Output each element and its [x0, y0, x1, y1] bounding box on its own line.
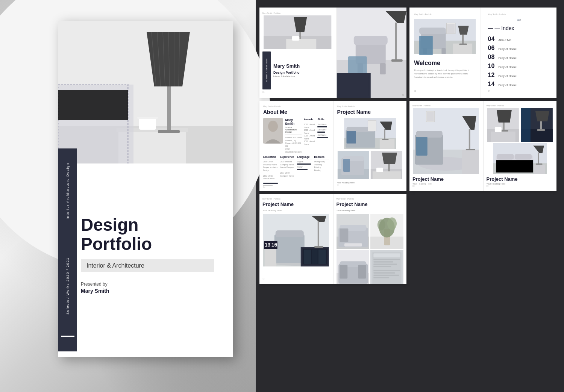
spreads-grid: Mary Smith · Portfolio	[259, 8, 556, 383]
edu-divider	[263, 159, 278, 159]
svg-rect-92	[469, 129, 470, 150]
svg-rect-42	[441, 48, 446, 54]
skill-1-bar	[317, 126, 327, 127]
index-row-4: 10 Project Name	[488, 63, 550, 70]
svg-rect-162	[374, 270, 400, 271]
edu-text: 2015–2019University NameDegree in Interi…	[263, 160, 278, 180]
cover-photo	[58, 21, 233, 163]
index-title: — — Index	[488, 25, 550, 31]
spread-4-left-header: Mary Smith · Portfolio	[412, 104, 480, 107]
svg-marker-106	[535, 111, 549, 121]
room-svg-1	[262, 15, 333, 49]
svg-text:13: 13	[265, 242, 271, 248]
index-row-6: 14 Project Name	[488, 81, 550, 88]
spread-4-img-1	[487, 108, 520, 142]
spread-4-img-2	[520, 108, 553, 142]
svg-point-61	[268, 121, 278, 132]
svg-rect-43	[419, 28, 446, 34]
svg-rect-118	[534, 165, 545, 174]
svg-rect-15	[137, 117, 158, 119]
spread-2-right-pagenum: 04	[488, 90, 550, 92]
spread-3-right-pagenum: 06	[337, 184, 403, 186]
about-awards-title: Awards	[304, 118, 315, 121]
spread-3-header: Mary Smith · Portfolio	[263, 105, 329, 107]
sidebar-text-1: Interior Architecture Design	[65, 163, 70, 219]
spread-1-title: Design Portfolio	[273, 71, 331, 74]
skill-1-label: Skill Name	[317, 123, 329, 126]
index-num-3: 08	[488, 54, 499, 61]
svg-marker-5	[147, 32, 190, 86]
svg-rect-14	[139, 118, 156, 130]
about-name-role: Mary Smith Interior Architecture Design …	[285, 118, 302, 153]
about-bottom-section: Education 2015–2019University NameDegree…	[263, 156, 329, 186]
index-dash: —	[488, 25, 493, 31]
svg-rect-131	[304, 250, 311, 264]
spread-3-left: Mary Smith · Portfolio About Me Mary Smi…	[259, 101, 333, 191]
svg-rect-82	[373, 171, 401, 179]
cover-subtitle: Interior & Architecture	[86, 262, 144, 269]
svg-rect-161	[374, 266, 391, 267]
spread-4-right-imgs-top	[487, 108, 554, 142]
spread-2-left: Mary Smith · Portfolio	[409, 8, 481, 98]
spread-2-left-header: Mary Smith · Portfolio	[414, 13, 476, 15]
spread-4-left: Mary Smith · Portfolio Proj	[409, 101, 483, 191]
spread-4-right-pagenum: 09	[487, 185, 554, 187]
spread-5-img-3	[337, 250, 370, 284]
svg-rect-113	[514, 154, 531, 160]
svg-rect-114	[496, 160, 533, 173]
spread-4-left-title: Project Name	[412, 176, 480, 182]
index-label-6: Project Name	[499, 83, 517, 87]
svg-point-148	[378, 219, 385, 230]
edu-title: Education	[263, 156, 278, 158]
project-1-heading-note: Your Heading Here	[337, 181, 403, 184]
index-label-1: About Me	[499, 38, 511, 42]
svg-rect-31	[353, 36, 387, 45]
project-1-img-2	[337, 151, 370, 179]
exp-divider	[280, 159, 295, 159]
svg-rect-30	[380, 63, 385, 74]
about-skills: Skills Skill Name Skill Name Skill Name	[317, 118, 329, 153]
svg-rect-45	[453, 44, 472, 54]
spread-2-right-header: Mary Smith · Portfolio	[488, 13, 550, 15]
project-1-title: Project Name	[337, 109, 403, 115]
index-label-4: Project Name	[499, 65, 517, 69]
svg-rect-123	[276, 230, 304, 237]
index-num-6: 14	[488, 81, 499, 88]
spread-5-left-note: Your Heading Here	[262, 209, 330, 212]
svg-marker-46	[458, 26, 469, 35]
spread-1-room-img	[262, 15, 333, 49]
spread-2: Mary Smith · Portfolio	[409, 8, 556, 98]
svg-rect-24	[286, 39, 316, 49]
svg-rect-50	[447, 24, 455, 33]
about-hobbies: Hobbies PhotographyTravelingPaintingRead…	[314, 156, 329, 186]
svg-rect-133	[318, 250, 326, 264]
spread-1-name: Mary Smith	[273, 64, 331, 69]
svg-rect-112	[497, 154, 514, 160]
cover-title: Design Portfolio	[81, 215, 214, 253]
svg-rect-142	[344, 243, 362, 246]
hobbies-divider	[314, 159, 329, 159]
lang-title: Language	[297, 156, 312, 158]
svg-rect-67	[379, 139, 394, 149]
about-awards-divider	[304, 122, 315, 122]
svg-rect-122	[274, 235, 305, 263]
welcome-title: Welcome	[414, 60, 476, 67]
svg-rect-48	[459, 44, 467, 45]
spread-5-left-header: Mary Smith · Portfolio	[262, 198, 330, 200]
svg-text:16: 16	[271, 242, 277, 248]
spread-5-left-pagenum: 12	[262, 278, 330, 280]
lang-1: English	[297, 160, 312, 163]
project-1-img-3	[370, 151, 403, 179]
about-awards: Awards 2021 · Award Name 2020 · Award Na…	[304, 118, 315, 153]
about-role: Interior Architecture Design	[285, 126, 302, 133]
spread-4-right: Mary Smith · Portfolio	[484, 101, 557, 191]
cover-book: Interior Architecture Design Selected Wo…	[58, 21, 233, 357]
about-name: Mary Smith	[285, 118, 302, 126]
svg-rect-141	[340, 229, 348, 242]
spread-4-right-header: Mary Smith · Portfolio	[487, 104, 554, 107]
spread-3-right-header: Mary Smith · Portfolio	[337, 105, 403, 107]
index-row-1: 04 About Me	[488, 36, 550, 42]
lang-2-bar	[297, 169, 307, 170]
dark-strip: Interior Architecture	[262, 51, 271, 89]
svg-rect-47	[462, 35, 464, 44]
